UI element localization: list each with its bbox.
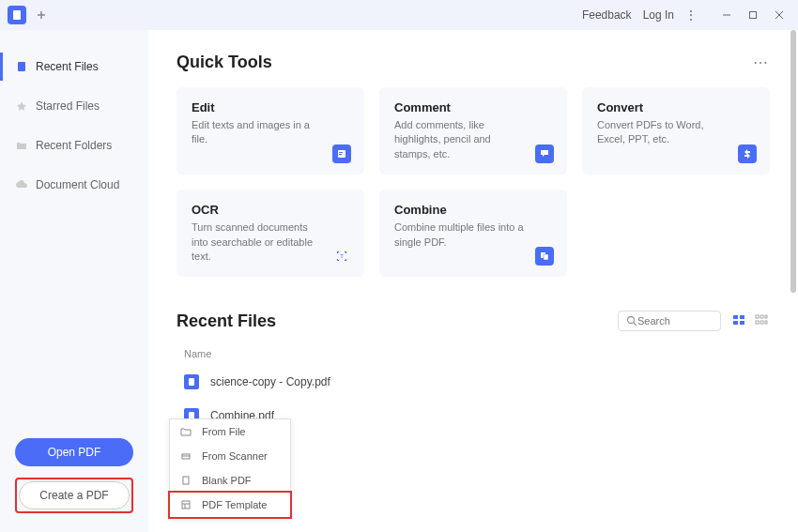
tool-desc: Turn scanned documents into searchable o… [192, 220, 323, 264]
svg-rect-10 [339, 152, 343, 153]
menu-item-label: From Scanner [202, 450, 268, 462]
tool-title: Convert [597, 100, 755, 114]
edit-icon [332, 144, 351, 163]
kebab-menu-icon[interactable]: ⋮ [685, 8, 697, 22]
create-pdf-highlight: Create a PDF [15, 478, 133, 513]
sidebar-item-recent-files[interactable]: Recent Files [0, 53, 148, 81]
svg-rect-25 [760, 321, 763, 324]
sidebar-item-recent-folders[interactable]: Recent Folders [0, 131, 148, 160]
feedback-link[interactable]: Feedback [582, 8, 632, 22]
svg-rect-14 [544, 254, 548, 260]
app-logo-icon [8, 6, 26, 24]
menu-item-from-file[interactable]: From File [170, 419, 290, 444]
menu-item-label: Blank PDF [202, 475, 252, 486]
svg-rect-26 [765, 321, 767, 324]
svg-rect-19 [733, 321, 738, 325]
svg-line-16 [634, 323, 637, 326]
sidebar-item-label: Recent Folders [36, 139, 112, 152]
blank-page-icon [179, 474, 192, 487]
tool-desc: Add comments, like highlights, pencil an… [394, 118, 526, 161]
tool-title: OCR [192, 203, 349, 217]
tool-desc: Combine multiple files into a single PDF… [394, 220, 526, 250]
svg-rect-17 [733, 315, 738, 319]
svg-rect-27 [189, 378, 194, 386]
search-icon [626, 315, 637, 327]
tool-title: Comment [394, 100, 552, 114]
tool-card-comment[interactable]: Comment Add comments, like highlights, p… [379, 87, 567, 175]
tool-title: Combine [394, 203, 552, 217]
star-icon [15, 99, 28, 113]
svg-rect-33 [182, 501, 190, 509]
folder-icon [15, 139, 28, 152]
search-input[interactable] [637, 315, 713, 327]
svg-rect-20 [740, 321, 744, 325]
maximize-button[interactable] [742, 4, 764, 26]
grid-view-button[interactable] [755, 313, 770, 328]
column-header-name: Name [176, 342, 770, 365]
search-box[interactable] [618, 311, 721, 331]
minimize-button[interactable] [715, 4, 738, 26]
svg-rect-4 [750, 12, 757, 19]
scanner-icon [179, 449, 192, 463]
menu-item-blank-pdf[interactable]: Blank PDF [170, 468, 290, 493]
sidebar-item-starred-files[interactable]: Starred Files [0, 92, 148, 120]
scrollbar-thumb[interactable] [790, 30, 796, 293]
svg-rect-32 [183, 477, 189, 484]
login-link[interactable]: Log In [643, 8, 674, 22]
ocr-icon: T [332, 247, 351, 266]
svg-rect-11 [339, 154, 342, 155]
file-icon [15, 60, 28, 73]
tool-card-edit[interactable]: Edit Edit texts and images in a file. [176, 87, 364, 175]
create-pdf-context-menu: From File From Scanner Blank PDF PDF Tem… [169, 418, 291, 518]
svg-marker-8 [17, 101, 26, 111]
cloud-icon [15, 178, 28, 191]
file-name: science-copy - Copy.pdf [210, 375, 330, 388]
convert-icon [738, 144, 757, 163]
list-view-button[interactable] [732, 313, 747, 328]
new-tab-button[interactable] [32, 6, 51, 24]
template-icon [179, 498, 192, 511]
tool-card-convert[interactable]: Convert Convert PDFs to Word, Excel, PPT… [582, 87, 770, 175]
folder-icon [179, 425, 192, 438]
open-pdf-button[interactable]: Open PDF [15, 438, 133, 466]
menu-item-pdf-template[interactable]: PDF Template [168, 491, 292, 519]
close-button[interactable] [768, 4, 790, 26]
svg-rect-24 [756, 321, 759, 324]
svg-text:T: T [340, 254, 344, 260]
create-pdf-button[interactable]: Create a PDF [19, 481, 130, 509]
tool-title: Edit [192, 100, 349, 114]
combine-icon [535, 247, 554, 266]
svg-rect-23 [765, 315, 767, 318]
menu-item-label: PDF Template [202, 499, 268, 510]
svg-rect-18 [740, 315, 744, 319]
svg-rect-0 [13, 10, 21, 20]
recent-files-title: Recent Files [176, 312, 276, 331]
svg-rect-21 [756, 315, 759, 318]
sidebar-item-document-cloud[interactable]: Document Cloud [0, 171, 148, 199]
scrollbar[interactable] [790, 30, 796, 527]
pdf-file-icon [184, 374, 199, 389]
comment-icon [535, 144, 554, 163]
svg-point-15 [628, 317, 635, 324]
sidebar-item-label: Starred Files [36, 99, 100, 113]
menu-item-label: From File [202, 426, 245, 437]
tool-card-combine[interactable]: Combine Combine multiple files into a si… [379, 190, 567, 277]
svg-rect-22 [760, 315, 763, 318]
file-row[interactable]: science-copy - Copy.pdf [176, 365, 770, 399]
menu-item-from-scanner[interactable]: From Scanner [170, 444, 290, 468]
sidebar-item-label: Recent Files [36, 60, 99, 73]
svg-rect-7 [18, 62, 25, 71]
tool-desc: Edit texts and images in a file. [192, 118, 323, 147]
tool-card-ocr[interactable]: OCR Turn scanned documents into searchab… [176, 190, 364, 277]
quick-tools-title: Quick Tools [176, 53, 272, 72]
titlebar: Feedback Log In ⋮ [0, 0, 798, 30]
tool-desc: Convert PDFs to Word, Excel, PPT, etc. [597, 118, 729, 147]
more-icon[interactable]: ⋯ [753, 53, 770, 71]
sidebar-item-label: Document Cloud [36, 178, 119, 191]
sidebar: Recent Files Starred Files Recent Folder… [0, 30, 148, 532]
